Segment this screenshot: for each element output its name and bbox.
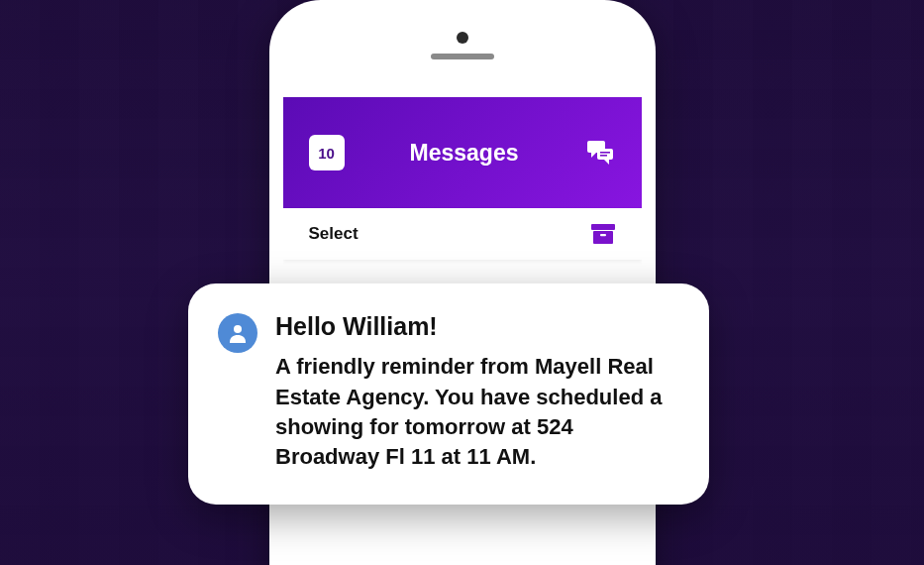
select-row: Select [283, 208, 642, 260]
message-card: Hello William! A friendly reminder from … [188, 283, 709, 505]
message-text: Hello William! A friendly reminder from … [275, 311, 675, 473]
select-label[interactable]: Select [309, 224, 359, 244]
svg-rect-5 [593, 231, 613, 244]
message-greeting: Hello William! [275, 311, 675, 342]
archive-icon[interactable] [590, 222, 616, 246]
app-header: 10 Messages [283, 97, 642, 208]
svg-rect-4 [591, 224, 615, 230]
badge-count: 10 [318, 145, 335, 162]
chat-icon[interactable] [584, 137, 616, 169]
svg-rect-1 [597, 149, 613, 160]
phone-camera-dot [457, 32, 468, 44]
message-body: A friendly reminder from Mayell Real Est… [275, 352, 675, 472]
phone-speaker-slot [431, 54, 494, 59]
svg-point-7 [234, 325, 242, 333]
header-title: Messages [410, 140, 519, 167]
svg-rect-2 [600, 152, 610, 154]
avatar [218, 313, 257, 353]
svg-rect-6 [600, 234, 606, 236]
svg-rect-3 [600, 155, 607, 157]
date-badge[interactable]: 10 [309, 135, 345, 170]
